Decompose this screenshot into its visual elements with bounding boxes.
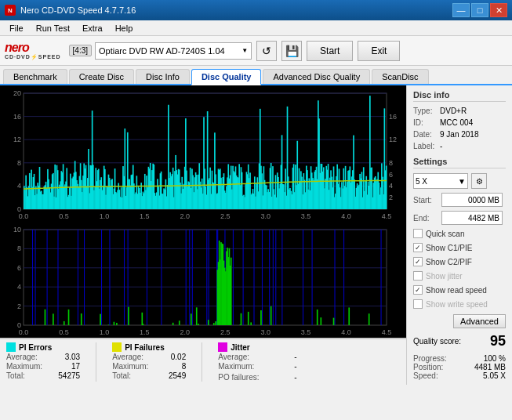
show-c2pif-label: Show C2/PIF [426, 258, 472, 266]
disc-label-value: - [440, 142, 442, 150]
pif-avg-label: Average: [112, 353, 143, 361]
tab-benchmark[interactable]: Benchmark [3, 69, 67, 84]
drive-dropdown[interactable]: Optiarc DVD RW AD-7240S 1.04 ▼ [95, 42, 252, 60]
advanced-button[interactable]: Advanced [453, 314, 506, 328]
tab-scan-disc[interactable]: ScanDisc [372, 69, 428, 84]
tab-create-disc[interactable]: Create Disc [69, 69, 134, 84]
pi-errors-label: PI Errors [19, 343, 52, 352]
pi-max-label: Maximum: [6, 362, 42, 371]
stats-bar: PI Errors Average: 3.03 Maximum: 17 Tota… [0, 338, 406, 385]
menu-extra[interactable]: Extra [76, 22, 109, 34]
pi-max-value: 17 [49, 362, 80, 371]
pif-max-value: 8 [154, 362, 186, 371]
show-c2pif-checkbox[interactable]: ✓ [413, 257, 423, 266]
pif-max-label: Maximum: [112, 362, 148, 371]
speed-settings-row: 5 X ▼ ⚙ [413, 173, 506, 189]
quick-scan-row[interactable]: Quick scan [413, 229, 506, 238]
aspect-ratio-badge: [4:3] [69, 45, 92, 56]
quality-score-value: 95 [490, 333, 506, 349]
show-c1pie-label: Show C1/PIE [426, 244, 472, 252]
tab-advanced-disc-quality[interactable]: Advanced Disc Quality [263, 69, 370, 84]
show-jitter-label: Show jitter [426, 272, 463, 281]
refresh-button[interactable]: ↺ [256, 41, 277, 61]
show-write-speed-label: Show write speed [426, 300, 488, 309]
pif-avg-value: 0.02 [154, 353, 186, 361]
app-title: Nero CD-DVD Speed 4.7.7.16 [20, 5, 136, 15]
nero-logo: nero CD·DVD⚡SPEED [5, 42, 61, 60]
settings-section-title: Settings [413, 157, 506, 168]
po-failures-label: PO failures: [218, 373, 259, 382]
app-icon: N [5, 5, 16, 16]
menu-bar: File Run Test Extra Help [0, 20, 512, 36]
maximize-button[interactable]: □ [471, 3, 488, 17]
show-write-speed-row: Show write speed [413, 299, 506, 309]
speed-value: 5 X [416, 177, 427, 186]
speed-value: 5.05 X [483, 371, 506, 380]
main-content: PI Errors Average: 3.03 Maximum: 17 Tota… [0, 85, 512, 385]
jitter-avg-value: - [266, 353, 297, 361]
end-mb-label: End: [413, 214, 438, 223]
pi-failures-color [112, 342, 122, 352]
start-button[interactable]: Start [307, 41, 353, 61]
sidebar: Disc info Type: DVD+R ID: MCC 004 Date: … [406, 85, 512, 385]
progress-label: Progress: [413, 354, 447, 363]
jitter-label: Jitter [231, 343, 249, 352]
menu-help[interactable]: Help [109, 22, 140, 34]
show-write-speed-checkbox [413, 299, 423, 309]
quick-scan-label: Quick scan [426, 230, 464, 238]
end-mb-input[interactable]: 4482 MB [441, 211, 503, 225]
show-read-speed-label: Show read speed [426, 286, 487, 295]
quick-scan-checkbox[interactable] [413, 229, 423, 238]
jitter-avg-label: Average: [218, 353, 249, 361]
save-button[interactable]: 💾 [281, 41, 302, 61]
disc-info-section-title: Disc info [413, 90, 506, 102]
quality-score-label: Quality score: [413, 337, 461, 346]
po-failures-value: - [266, 373, 297, 382]
position-value: 4481 MB [474, 363, 506, 371]
menu-run-test[interactable]: Run Test [30, 22, 76, 34]
show-jitter-row: Show jitter [413, 271, 506, 281]
disc-date-value: 9 Jan 2018 [440, 130, 479, 139]
menu-file[interactable]: File [3, 22, 30, 34]
tab-bar: Benchmark Create Disc Disc Info Disc Qua… [0, 66, 512, 85]
show-read-speed-row[interactable]: ✓ Show read speed [413, 285, 506, 295]
pif-total-label: Total: [112, 371, 131, 380]
speed-dropdown[interactable]: 5 X ▼ [413, 173, 468, 189]
disc-id-row: ID: MCC 004 [413, 118, 506, 127]
position-label: Position: [413, 363, 443, 371]
minimize-button[interactable]: — [452, 3, 470, 17]
close-button[interactable]: ✕ [490, 3, 507, 17]
speed-label: Speed: [413, 371, 438, 380]
tab-disc-quality[interactable]: Disc Quality [191, 69, 262, 85]
pi-total-value: 54275 [49, 371, 80, 380]
show-jitter-checkbox [413, 271, 423, 281]
disc-label-row: Label: - [413, 142, 506, 150]
exit-button[interactable]: Exit [358, 41, 400, 61]
pi-avg-value: 3.03 [49, 353, 80, 361]
disc-label-label: Label: [413, 142, 438, 150]
show-c1pie-row[interactable]: ✓ Show C1/PIE [413, 243, 506, 252]
disc-date-row: Date: 9 Jan 2018 [413, 130, 506, 139]
pi-errors-stats: PI Errors Average: 3.03 Maximum: 17 Tota… [6, 342, 80, 382]
pi-failures-label: PI Failures [125, 343, 165, 352]
pif-total-value: 2549 [154, 371, 186, 380]
show-c2pif-row[interactable]: ✓ Show C2/PIF [413, 257, 506, 266]
start-mb-input[interactable]: 0000 MB [441, 193, 503, 207]
tab-disc-info[interactable]: Disc Info [136, 69, 190, 84]
pi-failures-stats: PI Failures Average: 0.02 Maximum: 8 Tot… [112, 342, 186, 382]
jitter-max-label: Maximum: [218, 362, 254, 371]
settings-icon-button[interactable]: ⚙ [471, 173, 487, 189]
pi-errors-color [6, 342, 16, 352]
show-read-speed-checkbox[interactable]: ✓ [413, 285, 423, 295]
charts-container [0, 85, 406, 338]
jitter-color [218, 342, 227, 352]
jitter-max-value: - [266, 362, 297, 371]
title-bar: N Nero CD-DVD Speed 4.7.7.16 — □ ✕ [0, 0, 512, 20]
disc-type-label: Type: [413, 107, 438, 115]
show-c1pie-checkbox[interactable]: ✓ [413, 243, 423, 252]
drive-select: [4:3] Optiarc DVD RW AD-7240S 1.04 ▼ [69, 42, 252, 60]
disc-date-label: Date: [413, 130, 438, 139]
disc-type-value: DVD+R [440, 107, 467, 115]
progress-value: 100 % [484, 354, 506, 363]
chart-panel: PI Errors Average: 3.03 Maximum: 17 Tota… [0, 85, 406, 385]
